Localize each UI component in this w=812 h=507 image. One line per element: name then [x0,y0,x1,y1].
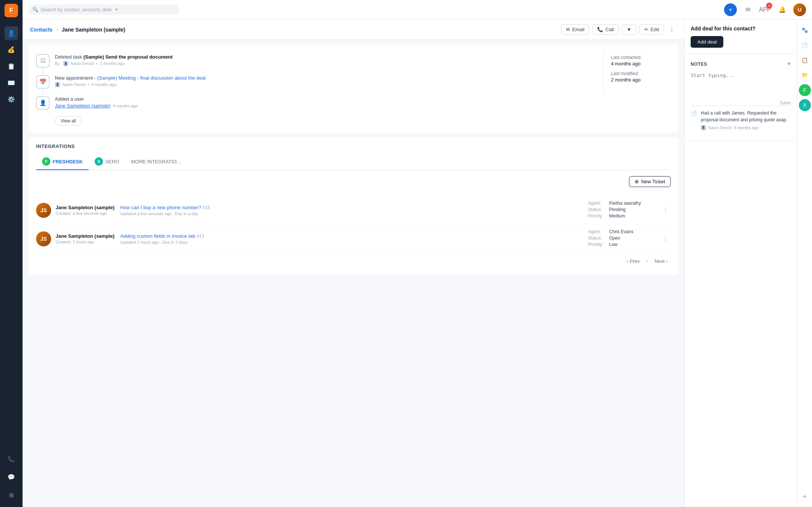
call-action-icon: 📞 [597,27,603,32]
xero-tab-dot: X [95,157,103,166]
call-action-button[interactable]: 📞 Call [592,24,618,35]
timeline-appointment-time: 4 months ago [92,82,117,87]
ticket-1-status-row: Status: Pending [588,207,656,212]
breadcrumb-separator: › [56,27,58,33]
far-right-icon-3[interactable]: 📋 [799,54,811,66]
note-item-1: 📄 Had a call with James. Requested the p… [691,106,791,135]
ticket-1-link[interactable]: How can I buy a new phone number? [120,205,201,210]
notes-textarea[interactable] [691,72,791,99]
last-modified-value: 2 months ago [611,77,663,83]
tab-freshdesk[interactable]: F FRESHDESK [36,154,89,170]
add-button[interactable]: + [724,3,737,16]
far-right-icon-1[interactable]: 🐾 [799,24,811,36]
sidebar-item-grid[interactable]: ⊞ [5,488,18,502]
sidebar-item-email[interactable]: ✉️ [5,76,18,89]
edit-action-button[interactable]: ✏ Edit [640,24,664,35]
ticket-2-actions[interactable]: ⋮ [660,234,671,244]
notifications-button[interactable]: APP 4 [759,3,771,16]
user-added-link[interactable]: Jane Sampleton (sample) [55,103,110,109]
by-label: By: [55,61,61,66]
sidebar-item-chat[interactable]: 💬 [5,470,18,484]
user-avatar[interactable]: U [793,3,806,16]
far-right-icon-4[interactable]: 📁 [799,69,811,81]
timeline-task-user: Navin Denzil [71,61,94,66]
ticket-1-priority-row: Priority: Medium [588,213,656,219]
integrations-tabs: F FRESHDESK X XERO MORE INTEGRATIO... [36,154,671,170]
xero-tab-label: XERO [105,159,119,164]
more-tab-label: MORE INTEGRATIO... [131,159,181,164]
more-actions-button[interactable]: ⋮ [667,24,677,35]
timeline-user-time: 4 months ago [113,104,138,108]
timeline-user-icon: 👤 [36,96,50,110]
ticket-1-created: Created: a few seconds ago [56,211,116,216]
note-1-time: 4 months ago [734,125,759,131]
breadcrumb-bar: Contacts › Jane Sampleton (sample) ✉ Ema… [23,20,684,40]
prev-arrow: ‹ [626,258,628,264]
next-arrow: › [666,258,668,264]
far-right-freshdesk-icon[interactable]: F [799,84,811,96]
ticket-row-1: JS Jane Sampleton (sample) Created: a fe… [36,196,671,225]
search-dropdown-icon[interactable]: ▼ [115,8,118,12]
far-right-icon-2[interactable]: 📄 [799,39,811,51]
ticket-2-agent-row: Agent: Chris Evans [588,229,656,234]
sidebar-item-deals[interactable]: 💰 [5,43,18,56]
main-area: 🔍 Search by contact, account, deal ▼ + ✉… [23,0,812,507]
next-button[interactable]: Next › [652,257,671,266]
sidebar-item-settings[interactable]: ⚙️ [5,92,18,106]
timeline-appointment-user: Navin Denzil [62,82,86,87]
timeline-item-appointment: 📅 New appointment - (Sample) Meeting - f… [36,71,603,92]
notes-add-button[interactable]: + [787,60,791,68]
call-dropdown-button[interactable]: ▼ [622,24,637,35]
timeline-task-title: Deleted task (Sample) Send the proposal … [55,54,603,60]
ticket-1-actions[interactable]: ⋮ [660,205,671,215]
new-ticket-button[interactable]: ⊕ New Ticket [629,176,671,187]
ticket-2-sub: Updated 2 hours ago . Due in 3 days [120,240,584,244]
prev-button[interactable]: ‹ Prev [623,257,643,266]
far-right-add-button[interactable]: + [803,492,807,501]
note-user-icon: 👤 [701,125,706,130]
pagination-dot: • [646,259,648,263]
ticket-2-agent: Agent: Chris Evans Status: Open Priority… [588,229,656,248]
email-button[interactable]: ✉ [741,3,754,16]
sidebar-item-activities[interactable]: 📋 [5,59,18,73]
email-icon: ✉ [745,6,750,13]
pagination-row: ‹ Prev • Next › [36,253,671,269]
breadcrumb-actions: ✉ Email 📞 Call ▼ ✏ Edit ⋮ [561,24,677,35]
freshdesk-tab-label: FRESHDESK [53,159,83,164]
email-action-button[interactable]: ✉ Email [561,24,590,35]
tab-xero[interactable]: X XERO [89,154,125,170]
far-right-rail: 🐾 📄 📋 📁 F X + [797,20,812,507]
ticket-1-avatar-img: JS [36,203,51,218]
integrations-title: INTEGRATIONS [36,143,671,149]
timeline-task-content: Deleted task (Sample) Send the proposal … [55,54,603,66]
timeline-appointment-title: New appointment - (Sample) Meeting - fin… [55,75,603,81]
right-panel: Add deal for this contact? Add deal NOTE… [684,20,797,507]
breadcrumb-parent[interactable]: Contacts [30,27,53,33]
bell-button[interactable]: 🔔 [776,3,789,16]
ticket-2-status-row: Status: Open [588,235,656,241]
app-logo[interactable]: F [5,4,18,17]
ticket-1-agent-row: Agent: Partha saarathy [588,201,656,206]
sidebar-item-phone[interactable]: 📞 [5,452,18,466]
user-icon-appt: 👤 [55,82,60,87]
topnav: 🔍 Search by contact, account, deal ▼ + ✉… [23,0,812,20]
timeline-task-meta: By: 👤 Navin Denzil • 2 months ago [55,61,603,66]
add-deal-section: Add deal for this contact? Add deal [685,20,797,54]
sidebar-item-contacts[interactable]: 👤 [5,26,18,40]
add-deal-button[interactable]: Add deal [691,36,723,48]
far-right-xero-icon[interactable]: X [799,99,811,111]
view-all-button[interactable]: View all [55,116,82,125]
appointment-link[interactable]: (Sample) Meeting - final discussion abou… [97,75,206,81]
timeline-section: Last contacted: 4 months ago Last modifi… [29,44,678,133]
search-bar[interactable]: 🔍 Search by contact, account, deal ▼ [29,5,179,15]
last-contacted-value: 4 months ago [611,61,663,66]
ticket-2-priority-row: Priority: Low [588,242,656,247]
ticket-2-link[interactable]: Adding custom fields in invoice tab [120,233,195,239]
breadcrumb-current: Jane Sampleton (sample) [62,27,126,33]
content-body: Contacts › Jane Sampleton (sample) ✉ Ema… [23,20,812,507]
ticket-2-person: Jane Sampleton (sample) Created: 3 hours… [56,233,116,244]
email-action-icon: ✉ [566,27,570,32]
note-1-meta: 👤 Navin Denzil 4 months ago [701,125,791,131]
tab-more[interactable]: MORE INTEGRATIO... [125,156,187,169]
notes-save-button[interactable]: Save [691,100,791,106]
